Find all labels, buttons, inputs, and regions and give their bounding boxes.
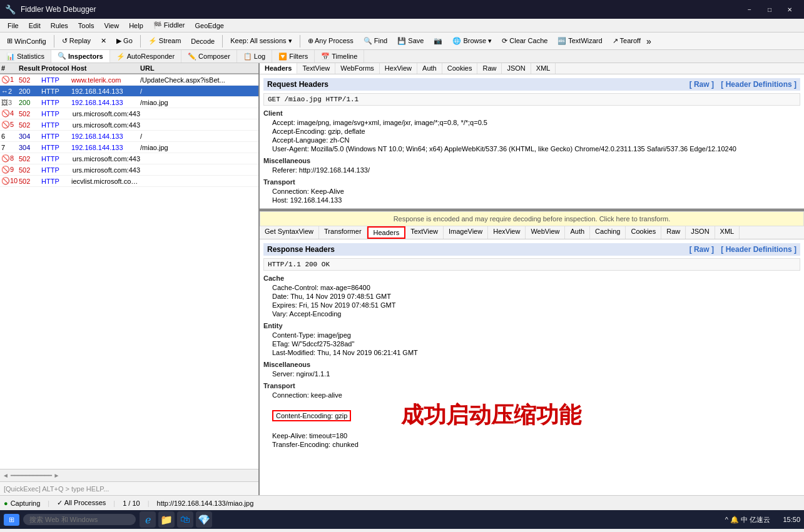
- resp-tab-webview[interactable]: WebView: [526, 226, 565, 239]
- req-tab-raw[interactable]: Raw: [477, 63, 502, 74]
- session-result: 304: [19, 133, 41, 140]
- taskbar-app-folder[interactable]: 📁: [158, 511, 175, 528]
- request-line: GET /miao.jpg HTTP/1.1: [263, 93, 800, 106]
- taskbar-app-store[interactable]: 🛍: [177, 511, 193, 528]
- winconfig-button[interactable]: ⊞ WinConfig: [3, 35, 51, 47]
- transform-notice[interactable]: Response is encoded and may require deco…: [260, 211, 804, 226]
- resp-tab-raw[interactable]: Raw: [661, 226, 686, 239]
- check-icon: ✓: [57, 499, 63, 506]
- session-result: 502: [19, 178, 41, 185]
- menu-rules[interactable]: Rules: [46, 21, 73, 31]
- resp-tab-auth[interactable]: Auth: [565, 226, 590, 239]
- session-host: urs.microsoft.com:443: [71, 166, 140, 174]
- left-scroll-area[interactable]: ◄ ━━━━━━━━━━━ ►: [0, 469, 258, 481]
- go-button[interactable]: ▶ Go: [112, 35, 137, 47]
- start-button[interactable]: ⊞: [4, 514, 19, 526]
- toolbar-more-button[interactable]: »: [646, 36, 651, 46]
- clock: 15:50: [775, 516, 800, 523]
- main-toolbar: ⊞ WinConfig ↺ ↺ ReplayReplay ✕ ▶ Go ⚡ St…: [0, 33, 804, 50]
- log-icon: 📋: [243, 53, 252, 61]
- menu-geoedge[interactable]: GeoEdge: [190, 21, 228, 31]
- filters-icon: 🔽: [278, 53, 287, 61]
- title-bar: 🔧 Fiddler Web Debugger − □ ✕: [0, 0, 804, 19]
- session-row-8[interactable]: 🚫8 502 HTTP urs.microsoft.com:443: [0, 153, 258, 164]
- resp-tab-cookies[interactable]: Cookies: [626, 226, 661, 239]
- stream-button[interactable]: ⚡ Stream: [144, 35, 186, 47]
- textwizard-button[interactable]: 🔤 TextWizard: [553, 35, 606, 47]
- header-links: [ Raw ] [ Header Definitions ]: [690, 80, 796, 89]
- session-row-4[interactable]: 🚫4 502 HTTP urs.microsoft.com:443: [0, 108, 258, 119]
- statistics-icon: 📊: [6, 53, 15, 61]
- resp-tab-imageview[interactable]: ImageView: [444, 226, 488, 239]
- req-tab-json[interactable]: JSON: [502, 63, 531, 74]
- timeline-icon: 📅: [321, 53, 330, 61]
- req-tab-webforms[interactable]: WebForms: [335, 63, 380, 74]
- req-tab-hexview[interactable]: HexView: [380, 63, 417, 74]
- save-button[interactable]: 💾 Save: [393, 35, 428, 47]
- clear-cache-button[interactable]: ⟳ Clear Cache: [497, 35, 552, 47]
- minimize-button[interactable]: −: [740, 3, 759, 16]
- session-row-7[interactable]: 7 304 HTTP 192.168.144.133 /miao.jpg: [0, 142, 258, 153]
- tab-statistics[interactable]: 📊 Statistics: [0, 50, 51, 63]
- resp-tab-xml[interactable]: XML: [715, 226, 740, 239]
- status-sep-3: |: [148, 499, 150, 507]
- req-tab-xml[interactable]: XML: [531, 63, 556, 74]
- request-headers-title: Request Headers: [267, 80, 328, 89]
- maximize-button[interactable]: □: [760, 3, 779, 16]
- raw-link[interactable]: [ Raw ]: [690, 80, 714, 89]
- header-def-link[interactable]: [ Header Definitions ]: [721, 80, 796, 89]
- resp-tab-caching[interactable]: Caching: [590, 226, 626, 239]
- resp-tab-transformer[interactable]: Transformer: [319, 226, 367, 239]
- session-row-2[interactable]: ↔2 200 HTTP 192.168.144.133 /: [0, 86, 258, 97]
- tab-inspectors[interactable]: 🔍 Inspectors: [51, 50, 110, 63]
- req-tab-cookies[interactable]: Cookies: [442, 63, 478, 74]
- tab-autoresponder[interactable]: ⚡ AutoResponder: [110, 50, 181, 63]
- session-host: iecvlist.microsoft.com:4...: [71, 178, 140, 185]
- toolbar-separator-3: [222, 35, 223, 48]
- find-button[interactable]: 🔍 Find: [359, 35, 392, 47]
- req-tab-headers[interactable]: Headers: [260, 63, 297, 74]
- replay-button[interactable]: ↺ ↺ ReplayReplay: [58, 35, 95, 47]
- any-process-button[interactable]: ⊕ Any Process: [303, 35, 358, 47]
- tab-log[interactable]: 📋 Log: [237, 50, 272, 63]
- menu-fiddler[interactable]: 🏁 Fiddler: [148, 20, 190, 31]
- taskbar-app-gem[interactable]: 💎: [196, 511, 212, 528]
- tab-timeline[interactable]: 📅 Timeline: [315, 50, 364, 63]
- keep-sessions-button[interactable]: Keep: All sessions ▾: [226, 35, 296, 47]
- menu-file[interactable]: File: [3, 21, 24, 31]
- session-row-1[interactable]: 🚫1 502 HTTP www.telerik.com /UpdateCheck…: [0, 74, 258, 86]
- remove-button[interactable]: ✕: [96, 35, 111, 47]
- resp-tab-textview[interactable]: TextView: [405, 226, 444, 239]
- browse-button[interactable]: 🌐 Browse ▾: [448, 35, 496, 47]
- resp-raw-link[interactable]: [ Raw ]: [690, 245, 714, 254]
- menu-help[interactable]: Help: [124, 21, 148, 31]
- tearoff-button[interactable]: ↗ Tearoff: [608, 35, 645, 47]
- decode-button[interactable]: Decode: [186, 36, 219, 47]
- resp-tab-hexview[interactable]: HexView: [488, 226, 526, 239]
- session-row-5[interactable]: 🚫5 502 HTTP urs.microsoft.com:443: [0, 119, 258, 131]
- req-tab-textview[interactable]: TextView: [297, 63, 335, 74]
- resp-tab-getsyntax[interactable]: Get SyntaxView: [260, 226, 319, 239]
- session-row-6[interactable]: 6 304 HTTP 192.168.144.133 /: [0, 131, 258, 142]
- tab-filters[interactable]: 🔽 Filters: [272, 50, 315, 63]
- menu-view[interactable]: View: [99, 21, 125, 31]
- taskbar-search[interactable]: [23, 514, 136, 525]
- resp-header-def-link[interactable]: [ Header Definitions ]: [721, 245, 796, 254]
- screenshot-button[interactable]: 📷: [429, 35, 447, 47]
- chinese-annotation: 成功启动压缩功能: [401, 400, 581, 431]
- close-button[interactable]: ✕: [780, 3, 799, 16]
- status-bar: ● Capturing | ✓ All Processes | 1 / 10 |…: [0, 495, 804, 510]
- taskbar-app-ie[interactable]: ℯ: [140, 511, 156, 528]
- resp-tab-json[interactable]: JSON: [686, 226, 715, 239]
- req-tab-auth[interactable]: Auth: [417, 63, 442, 74]
- resp-tab-headers[interactable]: Headers: [367, 226, 406, 239]
- session-row-9[interactable]: 🚫9 502 HTTP urs.microsoft.com:443: [0, 164, 258, 176]
- session-protocol: HTTP: [41, 144, 71, 151]
- tab-composer[interactable]: ✏️ Composer: [181, 50, 237, 63]
- session-url: /miao.jpg: [140, 99, 257, 106]
- menu-tools[interactable]: Tools: [73, 21, 99, 31]
- expires-header: Expires: Fri, 15 Nov 2019 07:48:51 GMT: [263, 301, 800, 309]
- session-row-3[interactable]: 🖼3 200 HTTP 192.168.144.133 /miao.jpg: [0, 97, 258, 108]
- session-row-10[interactable]: 🚫10 502 HTTP iecvlist.microsoft.com:4...: [0, 176, 258, 187]
- menu-edit[interactable]: Edit: [24, 21, 46, 31]
